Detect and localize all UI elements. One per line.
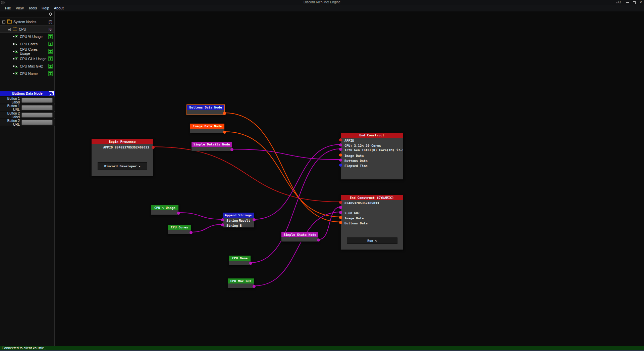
port-end-construct-2[interactable] (339, 148, 342, 151)
node-title-simple-state-node[interactable]: Simple State Node (281, 232, 318, 237)
node-end-construct-dynamic[interactable]: End Construct (DYNAMIC)83485378535240503… (340, 195, 403, 250)
version-label: vA1 (616, 1, 621, 4)
prop-row-button-1-url: Button 1 URL (0, 104, 55, 111)
sliders-icon[interactable] (49, 91, 54, 95)
search-bar[interactable] (0, 11, 54, 17)
menu-tools[interactable]: Tools (26, 5, 39, 11)
port-end-construct-dynamic-0[interactable] (339, 201, 342, 204)
node-button-begin-presence-0[interactable]: Discord Developer ▸ (98, 162, 147, 170)
port-end-construct-4[interactable] (339, 159, 342, 162)
node-tree: System Nodes[9]CPU[6]CPU % UsageCPU Core… (0, 17, 54, 77)
port-cpu-name-0[interactable] (249, 262, 252, 265)
node-simple-details-node[interactable]: Simple Details Node (191, 141, 232, 151)
node-title-cpu-cores[interactable]: CPU Cores (168, 225, 191, 230)
tree-item-cpu-max-ghz[interactable]: CPU Max GHz (0, 62, 54, 70)
port-begin-presence-0[interactable] (152, 146, 155, 149)
tree-item-cpu-ghz-usage[interactable]: CPU GHz Usage (0, 55, 54, 62)
node-begin-presence[interactable]: Begin PresenceAPPID 834853785352405033Di… (91, 139, 153, 176)
node-title-cpu-max-ghz[interactable]: CPU Max GHz (228, 278, 254, 283)
port-end-construct-dynamic-3[interactable] (339, 216, 342, 219)
node-row-end-construct-1: CPU: 3.12% 20 Cores (341, 143, 403, 148)
wire-image-data-to-dynamic-image (225, 132, 340, 217)
node-cpu-pct-usage[interactable]: CPU % Usage (151, 205, 179, 215)
node-title-buttons-data-node[interactable]: Buttons Data Node (187, 105, 224, 110)
menu-about[interactable]: About (52, 5, 66, 11)
menu-file[interactable]: File (3, 5, 13, 11)
port-append-strings-0[interactable] (221, 218, 224, 221)
port-end-construct-1[interactable] (339, 143, 342, 146)
port-cpu-max-ghz-0[interactable] (253, 285, 256, 288)
menu-help[interactable]: Help (39, 5, 52, 11)
prop-input-button-1-url[interactable] (21, 105, 53, 110)
port-end-construct-0[interactable] (339, 138, 342, 141)
folder-icon (7, 20, 12, 24)
folder-icon (13, 28, 17, 31)
tree-item-cpu-usage[interactable]: CPU % Usage (0, 33, 54, 40)
port-append-strings-2[interactable] (221, 223, 224, 226)
node-title-append-strings[interactable]: Append Strings (223, 213, 254, 218)
tree-item-cpu-cores[interactable]: CPU Cores (0, 40, 54, 48)
tree-item-system-nodes[interactable]: System Nodes[9] (0, 18, 54, 26)
node-row-end-construct-4: Buttons Data (341, 159, 403, 163)
node-canvas[interactable]: Buttons Data NodeImage Data NodeBegin Pr… (0, 0, 644, 351)
node-end-construct[interactable]: End ConstructAPPIDCPU: 3.12% 20 Cores12t… (340, 132, 403, 180)
hourglass-icon (48, 71, 53, 76)
node-cpu-name[interactable]: CPU Name (229, 255, 251, 265)
port-cpu-cores-0[interactable] (190, 231, 193, 234)
node-title-end-construct-dynamic[interactable]: End Construct (DYNAMIC) (341, 195, 403, 200)
tree-item-label: CPU Cores (20, 42, 38, 46)
node-title-cpu-name[interactable]: CPU Name (229, 256, 251, 261)
node-title-image-data-node[interactable]: Image Data Node (190, 124, 224, 129)
port-end-construct-dynamic-1[interactable] (339, 206, 342, 209)
node-cpu-cores[interactable]: CPU Cores (168, 224, 191, 234)
node-leaf-icon (13, 72, 18, 75)
port-simple-details-node-0[interactable] (230, 148, 233, 151)
tree-item-label: CPU Cores Usage (20, 47, 48, 55)
node-title-cpu-pct-usage[interactable]: CPU % Usage (151, 205, 178, 210)
tree-item-cpu-name[interactable]: CPU Name (0, 70, 54, 77)
restore-button[interactable] (632, 1, 636, 4)
close-button[interactable]: ✕ (639, 1, 643, 4)
port-end-construct-dynamic-2[interactable] (339, 211, 342, 214)
tree-item-label: CPU Name (20, 72, 38, 76)
tree-item-cpu[interactable]: CPU[6] (0, 26, 54, 33)
statusbar: Connected to client kaustie_ (0, 346, 644, 350)
port-end-construct-3[interactable] (339, 153, 342, 157)
node-cpu-max-ghz[interactable]: CPU Max GHz (227, 278, 254, 288)
menu-view[interactable]: View (13, 5, 26, 11)
hourglass-icon (48, 64, 53, 69)
expand-toggle-icon[interactable] (2, 20, 5, 24)
node-simple-state-node[interactable]: Simple State Node (281, 232, 319, 242)
node-button-end-construct-dynamic-0[interactable]: Run ✎ (347, 237, 397, 244)
prop-input-button-1-label[interactable] (21, 98, 53, 103)
port-cpu-pct-usage-0[interactable] (177, 212, 180, 215)
properties-header: Buttons Data Node (0, 91, 55, 96)
node-row-end-construct-dynamic-1 (341, 206, 403, 210)
node-row-end-construct-2: 12th Gen Intel(R) Core(TM) i7-127 (341, 148, 403, 152)
node-title-end-construct[interactable]: End Construct (341, 133, 403, 138)
wire-cpu-pct-to-append-a (179, 213, 222, 219)
port-simple-state-node-0[interactable] (317, 238, 320, 242)
node-append-strings[interactable]: Append StringsString AResultString B (222, 212, 254, 228)
prop-label-button-1-label: Button 1 Label (0, 97, 21, 104)
node-image-data-node[interactable]: Image Data Node (190, 123, 225, 133)
port-end-construct-5[interactable] (339, 164, 342, 167)
port-append-strings-1[interactable] (253, 218, 256, 221)
prop-input-button-2-url[interactable] (21, 120, 53, 125)
window-title: Discord Rich Me! Engine (0, 0, 644, 4)
expand-toggle-icon[interactable] (8, 28, 11, 31)
sidebar: System Nodes[9]CPU[6]CPU % UsageCPU Core… (0, 11, 55, 346)
node-row-append-strings-0: String AResult (223, 218, 254, 223)
prop-input-button-2-label[interactable] (21, 113, 53, 118)
tree-item-label: CPU (19, 27, 26, 31)
port-end-construct-dynamic-4[interactable] (339, 221, 342, 224)
minimize-button[interactable] (626, 1, 629, 4)
port-buttons-data-node-0[interactable] (223, 112, 226, 115)
node-buttons-data-node[interactable]: Buttons Data Node (186, 104, 225, 115)
node-title-simple-details-node[interactable]: Simple Details Node (192, 142, 232, 147)
tree-item-cpu-cores-usage[interactable]: CPU Cores Usage (0, 48, 54, 55)
node-row-end-construct-dynamic-3: Image Data (341, 216, 403, 220)
port-image-data-node-0[interactable] (223, 131, 226, 134)
tree-item-label: CPU GHz Usage (20, 57, 46, 61)
node-title-begin-presence[interactable]: Begin Presence (92, 139, 153, 144)
